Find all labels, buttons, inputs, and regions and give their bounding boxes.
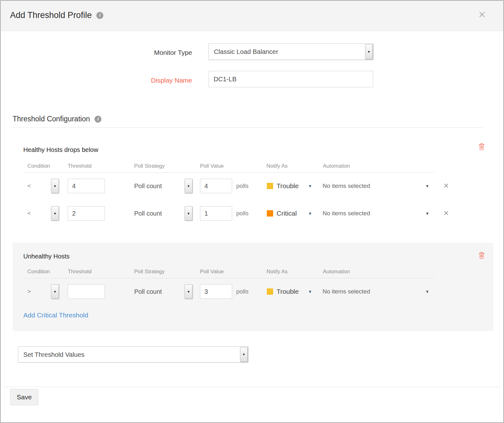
automation-select[interactable]: No items selected ▼	[323, 206, 431, 221]
automation-value: No items selected	[323, 206, 370, 221]
automation-value: No items selected	[323, 284, 370, 299]
severity-color-swatch	[267, 183, 273, 189]
monitor-type-value: Classic Load Balancer	[214, 44, 278, 60]
delete-section-icon[interactable]	[478, 251, 485, 259]
poll-strategy-value: Poll count	[134, 179, 162, 193]
chevron-down-icon: ▼	[425, 284, 429, 299]
unhealthy-hosts-title: Unhealthy Hosts	[23, 253, 70, 260]
threshold-configuration-title: Threshold Configuration	[13, 115, 90, 123]
footer-divider	[3, 387, 501, 387]
poll-strategy-select[interactable]: Poll count ▼	[134, 179, 192, 193]
condition-select[interactable]: > ▼	[27, 284, 59, 299]
threshold-configuration-title-wrap: Threshold Configuration i	[13, 115, 101, 123]
condition-value: >	[27, 284, 31, 299]
info-icon[interactable]: i	[94, 116, 101, 123]
notify-as-select[interactable]: Trouble ▼	[267, 179, 314, 193]
set-threshold-values-select[interactable]: Set Threshold Values ▼	[18, 346, 248, 362]
threshold-input[interactable]	[68, 206, 105, 221]
col-poll-strategy: Poll Strategy	[134, 163, 164, 169]
monitor-type-label: Monitor Type	[95, 49, 192, 56]
threshold-row: > ▼ Poll count ▼ polls Trouble ▼ No item…	[1, 284, 503, 299]
threshold-row: < ▼ Poll count ▼ polls Trouble ▼ No item…	[1, 179, 503, 193]
chevron-down-icon: ▼	[185, 206, 192, 221]
remove-row-icon[interactable]: ✕	[443, 179, 449, 193]
healthy-hosts-title: Healthy Hosts drops below	[23, 146, 98, 154]
chevron-down-icon: ▼	[425, 179, 429, 193]
display-name-input[interactable]	[209, 71, 373, 87]
condition-select[interactable]: < ▼	[27, 179, 59, 193]
chevron-down-icon: ▼	[51, 206, 59, 221]
poll-strategy-select[interactable]: Poll count ▼	[134, 206, 192, 221]
section-divider	[13, 127, 484, 128]
col-automation: Automation	[323, 269, 350, 275]
severity-color-swatch	[267, 210, 273, 217]
col-condition: Condition	[27, 163, 50, 169]
chevron-down-icon: ▼	[240, 347, 248, 362]
condition-value: <	[27, 206, 31, 221]
threshold-input[interactable]	[68, 179, 105, 193]
chevron-down-icon: ▼	[308, 284, 312, 299]
chevron-down-icon: ▼	[51, 284, 59, 299]
col-automation: Automation	[323, 163, 350, 169]
poll-strategy-value: Poll count	[134, 206, 162, 221]
chevron-down-icon: ▼	[425, 206, 429, 221]
table-header-line	[23, 278, 435, 278]
dialog-title-wrap: Add Threshold Profile i	[10, 10, 103, 20]
poll-value-input[interactable]	[200, 206, 232, 221]
chevron-down-icon: ▼	[308, 206, 312, 221]
dialog-header: Add Threshold Profile i ✕	[1, 1, 503, 31]
condition-value: <	[27, 179, 31, 193]
col-notify-as: Notify As	[266, 163, 288, 169]
monitor-type-select[interactable]: Classic Load Balancer ▼	[209, 43, 373, 60]
col-poll-strategy: Poll Strategy	[134, 269, 164, 275]
col-notify-as: Notify As	[266, 269, 288, 275]
chevron-down-icon: ▼	[185, 284, 192, 299]
healthy-column-headers: Condition Threshold Poll Strategy Poll V…	[1, 163, 503, 169]
col-threshold: Threshold	[68, 269, 92, 275]
notify-as-select[interactable]: Trouble ▼	[267, 284, 314, 299]
save-button[interactable]: Save	[10, 389, 38, 405]
automation-select[interactable]: No items selected ▼	[323, 284, 431, 299]
info-icon[interactable]: i	[96, 12, 103, 19]
threshold-input[interactable]	[68, 284, 105, 299]
display-name-label: Display Name	[95, 77, 192, 84]
chevron-down-icon: ▼	[185, 179, 192, 193]
chevron-down-icon: ▼	[308, 179, 312, 193]
set-threshold-values-value: Set Threshold Values	[23, 347, 84, 362]
poll-strategy-select[interactable]: Poll count ▼	[134, 284, 192, 299]
automation-value: No items selected	[323, 179, 370, 193]
notify-as-value: Trouble	[277, 284, 299, 299]
dialog-title: Add Threshold Profile	[10, 10, 92, 20]
add-threshold-profile-dialog: Add Threshold Profile i ✕ Monitor Type C…	[0, 0, 504, 423]
poll-strategy-value: Poll count	[134, 284, 162, 299]
notify-as-value: Trouble	[277, 179, 299, 193]
col-poll-value: Poll Value	[200, 163, 224, 169]
severity-color-swatch	[267, 288, 273, 295]
threshold-row: < ▼ Poll count ▼ polls Critical ▼ No ite…	[1, 206, 503, 221]
notify-as-value: Critical	[277, 206, 297, 221]
close-icon[interactable]: ✕	[478, 10, 486, 20]
poll-unit-label: polls	[236, 206, 249, 221]
notify-as-select[interactable]: Critical ▼	[267, 206, 314, 221]
delete-section-icon[interactable]	[478, 142, 485, 151]
col-poll-value: Poll Value	[200, 269, 224, 275]
col-condition: Condition	[27, 269, 50, 275]
automation-select[interactable]: No items selected ▼	[323, 179, 431, 193]
add-critical-threshold-link[interactable]: Add Critical Threshold	[23, 311, 88, 319]
poll-value-input[interactable]	[200, 284, 232, 299]
unhealthy-column-headers: Condition Threshold Poll Strategy Poll V…	[1, 269, 503, 275]
poll-unit-label: polls	[236, 179, 249, 193]
remove-row-icon[interactable]: ✕	[443, 206, 449, 221]
table-header-line	[23, 172, 435, 173]
chevron-down-icon: ▼	[365, 44, 373, 59]
poll-value-input[interactable]	[200, 179, 232, 193]
condition-select[interactable]: < ▼	[27, 206, 59, 221]
poll-unit-label: polls	[236, 284, 249, 299]
col-threshold: Threshold	[68, 163, 92, 169]
chevron-down-icon: ▼	[51, 179, 59, 193]
